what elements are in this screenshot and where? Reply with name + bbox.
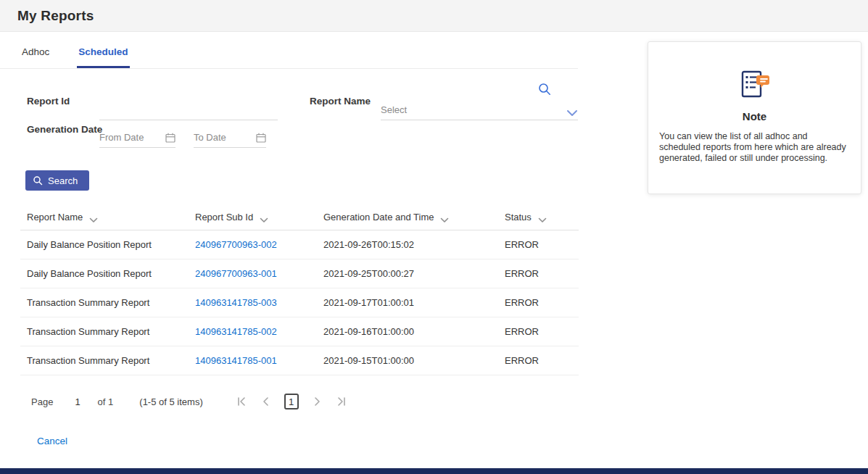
sort-icon[interactable] bbox=[440, 215, 449, 220]
calendar-icon[interactable] bbox=[165, 133, 175, 143]
cancel-link[interactable]: Cancel bbox=[37, 436, 67, 446]
generation-date-cell: 2021-09-25T00:00:27 bbox=[323, 268, 505, 279]
first-page-icon[interactable] bbox=[236, 396, 248, 407]
generation-date-cell: 2021-09-26T00:15:02 bbox=[323, 239, 505, 250]
page-header: My Reports bbox=[0, 0, 868, 32]
generation-date-cell: 2021-09-17T01:00:01 bbox=[323, 297, 505, 308]
report-id-label: Report Id bbox=[27, 96, 70, 107]
status-cell: ERROR bbox=[505, 355, 579, 366]
status-cell: ERROR bbox=[505, 268, 579, 279]
note-card: Note You can view the list of all adhoc … bbox=[648, 41, 861, 194]
note-list-icon bbox=[659, 70, 850, 100]
chevron-down-icon bbox=[566, 108, 578, 115]
status-cell: ERROR bbox=[505, 326, 579, 337]
report-name-cell: Daily Balance Position Report bbox=[20, 268, 195, 279]
reports-table: Report Name Report Sub Id Generation Dat… bbox=[20, 204, 579, 375]
from-date-input[interactable]: From Date bbox=[99, 125, 175, 148]
next-page-icon[interactable] bbox=[311, 396, 323, 407]
note-title: Note bbox=[659, 110, 850, 122]
report-sub-id-link[interactable]: 140963141785-001 bbox=[195, 355, 277, 366]
table-header-row: Report Name Report Sub Id Generation Dat… bbox=[20, 204, 579, 230]
table-row: Daily Balance Position Report 2409677009… bbox=[20, 230, 579, 259]
from-date-placeholder: From Date bbox=[99, 132, 144, 143]
tab-adhoc[interactable]: Adhoc bbox=[20, 42, 51, 68]
calendar-icon[interactable] bbox=[256, 133, 266, 143]
footer-bar bbox=[0, 468, 868, 474]
page-of-label: of 1 bbox=[98, 396, 114, 407]
search-icon bbox=[33, 175, 43, 186]
report-name-cell: Daily Balance Position Report bbox=[20, 239, 195, 250]
report-name-select-value: Select bbox=[381, 104, 407, 115]
main-content: Adhoc Scheduled Report Id Report Name Se… bbox=[0, 32, 587, 447]
to-date-placeholder: To Date bbox=[194, 132, 226, 143]
generation-date-label: Generation Date bbox=[27, 124, 102, 135]
column-header-report-name[interactable]: Report Name bbox=[20, 212, 195, 223]
generation-date-cell: 2021-09-15T01:00:00 bbox=[323, 355, 505, 366]
current-page-button[interactable]: 1 bbox=[284, 394, 299, 409]
report-name-select[interactable]: Select bbox=[381, 98, 578, 120]
column-header-report-sub-id[interactable]: Report Sub Id bbox=[195, 212, 323, 223]
column-header-generation-date[interactable]: Generation Date and Time bbox=[323, 212, 505, 223]
previous-page-icon[interactable] bbox=[260, 396, 272, 407]
last-page-icon[interactable] bbox=[335, 396, 347, 407]
pagination-controls: 1 bbox=[236, 394, 347, 409]
table-row: Transaction Summary Report 140963141785-… bbox=[20, 346, 579, 375]
tab-bar: Adhoc Scheduled bbox=[0, 32, 578, 69]
items-count-label: (1-5 of 5 items) bbox=[139, 396, 202, 407]
filter-panel: Report Id Report Name Select Generation … bbox=[0, 69, 578, 160]
tab-scheduled[interactable]: Scheduled bbox=[77, 42, 129, 68]
report-table-body: Daily Balance Position Report 2409677009… bbox=[20, 230, 579, 375]
filter-search-icon[interactable] bbox=[537, 82, 552, 96]
to-date-input[interactable]: To Date bbox=[194, 125, 266, 148]
generation-date-cell: 2021-09-16T01:00:00 bbox=[323, 326, 505, 337]
note-body: You can view the list of all adhoc and s… bbox=[659, 131, 850, 163]
report-sub-id-link[interactable]: 140963141785-003 bbox=[195, 297, 277, 308]
page-title: My Reports bbox=[17, 8, 94, 24]
status-cell: ERROR bbox=[505, 297, 579, 308]
search-button-label: Search bbox=[48, 175, 78, 186]
report-name-cell: Transaction Summary Report bbox=[20, 297, 195, 308]
sort-icon[interactable] bbox=[89, 215, 98, 220]
page-label: Page bbox=[31, 396, 53, 407]
table-row: Daily Balance Position Report 2409677009… bbox=[20, 259, 579, 288]
report-id-input[interactable] bbox=[99, 98, 278, 120]
search-button[interactable]: Search bbox=[25, 170, 89, 191]
report-sub-id-link[interactable]: 240967700963-002 bbox=[195, 239, 277, 250]
pagination: Page 1 of 1 (1-5 of 5 items) 1 bbox=[31, 394, 587, 409]
report-name-cell: Transaction Summary Report bbox=[20, 355, 195, 366]
page-number-value: 1 bbox=[75, 396, 80, 407]
status-cell: ERROR bbox=[505, 239, 579, 250]
table-row: Transaction Summary Report 140963141785-… bbox=[20, 317, 579, 346]
report-name-cell: Transaction Summary Report bbox=[20, 326, 195, 337]
sort-icon[interactable] bbox=[538, 215, 547, 220]
sort-icon[interactable] bbox=[260, 215, 268, 220]
report-sub-id-link[interactable]: 240967700963-001 bbox=[195, 268, 277, 279]
report-name-label: Report Name bbox=[310, 96, 371, 107]
table-row: Transaction Summary Report 140963141785-… bbox=[20, 288, 579, 317]
report-sub-id-link[interactable]: 140963141785-002 bbox=[195, 326, 277, 337]
column-header-status[interactable]: Status bbox=[505, 212, 579, 223]
